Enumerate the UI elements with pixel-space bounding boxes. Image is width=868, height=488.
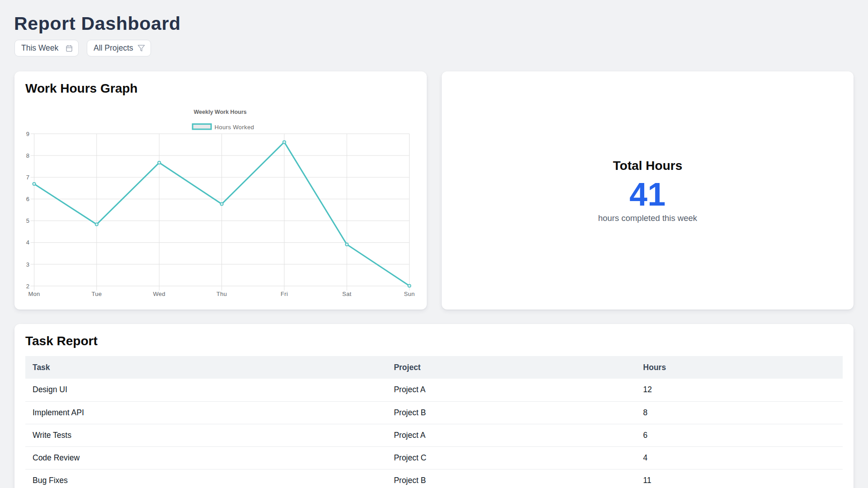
svg-text:Tue: Tue xyxy=(91,291,102,297)
svg-text:Wed: Wed xyxy=(153,291,165,297)
svg-text:3: 3 xyxy=(26,261,29,268)
svg-text:Mon: Mon xyxy=(28,291,40,297)
svg-text:Fri: Fri xyxy=(281,291,288,297)
svg-text:6: 6 xyxy=(26,196,29,202)
svg-text:7: 7 xyxy=(26,174,29,181)
svg-text:5: 5 xyxy=(26,217,29,224)
svg-text:9: 9 xyxy=(26,131,29,137)
svg-text:8: 8 xyxy=(26,152,29,159)
svg-text:2: 2 xyxy=(26,283,29,290)
svg-text:Hours Worked: Hours Worked xyxy=(215,124,255,131)
svg-text:4: 4 xyxy=(26,239,29,246)
svg-text:Sat: Sat xyxy=(342,291,352,297)
svg-text:Weekly Work Hours: Weekly Work Hours xyxy=(194,109,247,115)
svg-text:Thu: Thu xyxy=(217,291,227,297)
svg-text:Sun: Sun xyxy=(404,291,415,297)
